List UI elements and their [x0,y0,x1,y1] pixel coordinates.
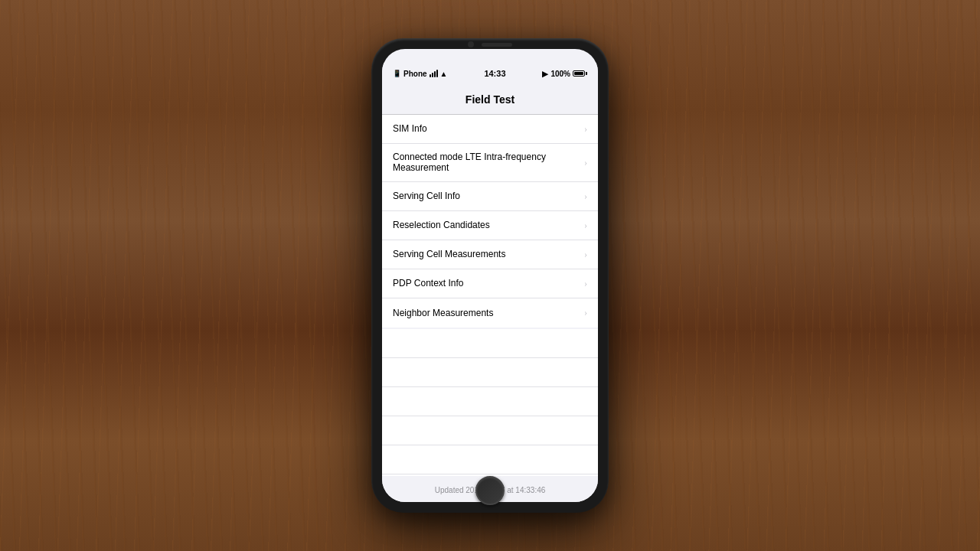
chevron-icon: › [584,278,587,289]
list-item-label: PDP Context Info [393,278,580,289]
carrier-icon: 📱 [393,70,401,77]
status-left: 📱 Phone ▲ [393,70,447,78]
list-item-label: Serving Cell Measurements [393,249,580,259]
status-bar: 📱 Phone ▲ 14:33 ▶ 100% [382,63,598,84]
nav-title: Field Test [466,93,514,106]
empty-row [382,329,598,358]
chevron-icon: › [584,307,587,318]
wifi-icon: ▲ [440,70,448,78]
speaker [482,43,512,47]
signal-bar-2 [432,73,433,77]
empty-row [382,416,598,445]
status-right: ▶ 100% [542,70,587,78]
list-section: SIM Info › Connected mode LTE Intra-freq… [382,115,598,328]
phone-screen: 📱 Phone ▲ 14:33 ▶ 100% [382,49,598,502]
front-camera [468,41,474,47]
list-item[interactable]: PDP Context Info › [382,269,598,298]
list-item-label: Connected mode LTE Intra-frequency Measu… [393,152,580,174]
phone-device: 📱 Phone ▲ 14:33 ▶ 100% [371,38,609,513]
scene: 📱 Phone ▲ 14:33 ▶ 100% [0,0,980,551]
menu-list: SIM Info › Connected mode LTE Intra-freq… [382,115,598,476]
empty-row [382,358,598,387]
signal-bar-4 [436,70,438,77]
list-item-label: Neighbor Measurements [393,308,580,318]
empty-row [382,387,598,416]
carrier-name: Phone [403,70,427,78]
battery-icon [573,70,587,77]
chevron-icon: › [584,220,587,231]
chevron-icon: › [584,157,587,168]
list-item[interactable]: Serving Cell Measurements › [382,240,598,269]
navigation-bar: Field Test [382,84,598,115]
list-item[interactable]: Neighbor Measurements › [382,298,598,328]
list-item[interactable]: Serving Cell Info › [382,182,598,211]
battery-percent: 100% [550,70,570,78]
location-icon: ▶ [542,70,548,78]
list-item-label: Serving Cell Info [393,191,580,201]
home-button[interactable] [475,476,505,505]
signal-bars [430,70,438,77]
chevron-icon: › [584,191,587,202]
list-item-label: SIM Info [393,123,580,134]
phone-top-hardware [468,41,512,47]
chevron-icon: › [584,123,587,135]
signal-bar-3 [434,71,436,77]
list-item[interactable]: Connected mode LTE Intra-frequency Measu… [382,144,598,182]
list-item[interactable]: SIM Info › [382,115,598,144]
empty-rows-section [382,329,598,476]
chevron-icon: › [584,249,587,260]
list-item-label: Reselection Candidates [393,220,580,230]
signal-bar-1 [430,74,431,77]
list-item[interactable]: Reselection Candidates › [382,211,598,240]
empty-row [382,445,598,474]
status-time: 14:33 [484,69,505,78]
